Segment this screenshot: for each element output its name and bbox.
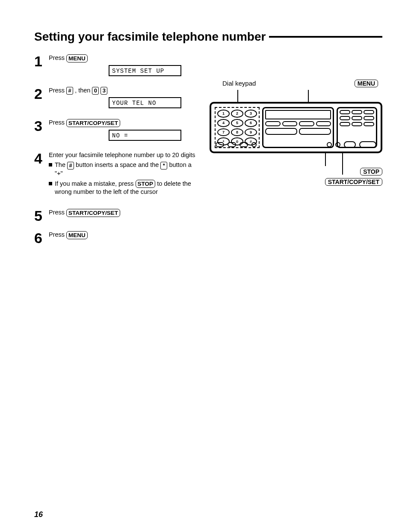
- step-text: Press: [49, 231, 66, 238]
- step-number: 5: [34, 208, 49, 223]
- bullet-text: button inserts a space and the: [76, 161, 160, 168]
- panel-button-icon: [299, 128, 331, 135]
- page-number: 16: [34, 510, 43, 519]
- panel-button-icon: [299, 121, 314, 126]
- step-number: 2: [34, 86, 49, 111]
- panel-button-icon: [364, 122, 374, 126]
- step-number: 4: [34, 151, 49, 196]
- panel-button-icon: [251, 142, 257, 147]
- step-6: 6 Press MENU: [34, 231, 197, 245]
- leader-line: [342, 153, 343, 175]
- step-1: 1 Press MENU SYSTEM SET UP: [34, 54, 197, 79]
- panel-button-icon: [352, 110, 362, 114]
- panel-button-icon: [228, 142, 236, 147]
- diagram-label-stop: STOP: [360, 168, 382, 175]
- step-text: , then: [75, 87, 92, 94]
- title-row: Setting your facsimile telephone number: [34, 30, 382, 44]
- step-number: 1: [34, 54, 49, 79]
- step-number: 3: [34, 119, 49, 143]
- keypad-key: 4: [217, 119, 230, 127]
- zero-key-label: 0: [92, 87, 99, 95]
- lcd-screen-icon: [265, 110, 331, 119]
- lcd-display: NO =: [109, 130, 181, 141]
- keypad-key: 1: [217, 110, 230, 118]
- panel-button-icon: [352, 116, 362, 120]
- lcd-display: YOUR TEL NO: [109, 97, 181, 108]
- diagram-column: Dial keypad MENU 1 2 3 4 5 6 7 8 9 * 0 #: [210, 54, 382, 253]
- title-rule: [269, 36, 382, 38]
- hash-key-label: #: [67, 162, 74, 169]
- panel-button-icon: [335, 142, 340, 147]
- panel-button-icon: [352, 122, 362, 126]
- panel-button-icon: [327, 142, 332, 147]
- start-copy-set-button-label: START/COPY/SET: [66, 209, 120, 217]
- keypad-key: 6: [245, 119, 257, 127]
- diagram-label-menu: MENU: [355, 80, 378, 87]
- menu-button-label: MENU: [66, 54, 88, 62]
- step-text: Press: [49, 119, 66, 126]
- bullet-icon: [49, 182, 52, 185]
- start-copy-set-button-label: START/COPY/SET: [66, 119, 120, 127]
- step-text: Press: [49, 54, 66, 61]
- stop-button-icon: [344, 141, 356, 148]
- leader-line: [308, 90, 309, 102]
- star-key-label: *: [160, 162, 167, 169]
- keypad-key: 8: [231, 128, 243, 137]
- panel-button-icon: [340, 116, 350, 120]
- keypad-key: 2: [231, 110, 243, 118]
- diagram-label-start: START/COPY/SET: [325, 178, 382, 186]
- panel-button-icon: [316, 121, 331, 126]
- lcd-display: SYSTEM SET UP: [109, 65, 181, 76]
- leader-line: [237, 90, 238, 102]
- start-button-icon: [359, 141, 376, 148]
- bullet-icon: [49, 163, 52, 166]
- keypad-key: 7: [217, 128, 230, 137]
- panel-button-icon: [216, 142, 224, 147]
- panel-button-icon: [282, 121, 298, 126]
- step-text: Enter your facsimile telephone number up…: [49, 151, 197, 160]
- panel-button-icon: [364, 116, 374, 120]
- steps-column: 1 Press MENU SYSTEM SET UP 2 Press # , t…: [34, 54, 197, 253]
- bullet-text: The: [55, 161, 67, 168]
- panel-button-icon: [364, 110, 374, 114]
- panel-button-icon: [239, 142, 248, 147]
- bullet-text: If you make a mistake, press: [55, 180, 136, 187]
- diagram-label-keypad: Dial keypad: [222, 80, 256, 87]
- panel-button-icon: [340, 110, 350, 114]
- step-text: Press: [49, 87, 66, 94]
- step-5: 5 Press START/COPY/SET: [34, 208, 197, 223]
- step-text: Press: [49, 209, 66, 216]
- step-2: 2 Press # , then 0 3 YOUR TEL NO: [34, 86, 197, 111]
- three-key-label: 3: [101, 87, 107, 95]
- keypad-key: 5: [231, 119, 243, 127]
- page-title: Setting your facsimile telephone number: [34, 30, 266, 44]
- leader-line: [325, 153, 326, 166]
- step-4: 4 Enter your facsimile telephone number …: [34, 151, 197, 196]
- fax-machine-diagram: 1 2 3 4 5 6 7 8 9 * 0 #: [210, 102, 382, 153]
- step-number: 6: [34, 231, 49, 245]
- hash-key-label: #: [66, 87, 73, 95]
- menu-button-label: MENU: [66, 231, 88, 239]
- step-3: 3 Press START/COPY/SET NO =: [34, 119, 197, 143]
- panel-button-icon: [265, 128, 297, 135]
- keypad-key: 3: [245, 110, 257, 118]
- panel-button-icon: [340, 122, 350, 126]
- panel-button-icon: [265, 121, 281, 126]
- stop-button-label: STOP: [136, 180, 156, 188]
- keypad-key: 9: [245, 128, 257, 137]
